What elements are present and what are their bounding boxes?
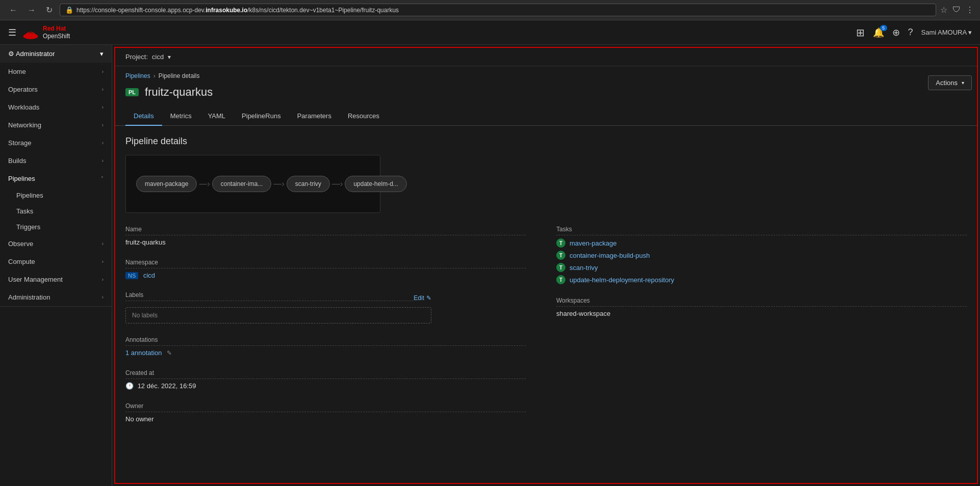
owner-value: No owner xyxy=(125,415,526,423)
sidebar-item-compute[interactable]: Compute › xyxy=(0,253,112,271)
task-icon-1: T xyxy=(556,251,565,260)
sidebar-administration-label: Administration xyxy=(8,293,50,301)
owner-field: Owner No owner xyxy=(125,402,526,423)
task-item-2: T scan-trivy xyxy=(556,263,967,272)
tasks-field: Tasks T maven-package T container-image-… xyxy=(556,225,967,284)
annotation-link[interactable]: 1 annotation xyxy=(125,349,162,357)
project-name: cicd xyxy=(152,53,164,61)
admin-icon: ⚙ xyxy=(8,50,14,58)
sidebar-workloads-label: Workloads xyxy=(8,103,39,111)
namespace-field: Namespace NS cicd xyxy=(125,258,526,279)
back-button[interactable]: ← xyxy=(6,5,20,16)
name-value: fruitz-quarkus xyxy=(125,238,526,246)
tab-metrics[interactable]: Metrics xyxy=(162,107,200,126)
operators-chevron: › xyxy=(102,87,104,92)
sidebar-item-observe[interactable]: Observe › xyxy=(0,235,112,253)
tasks-label: Tasks xyxy=(556,226,967,235)
observe-chevron: › xyxy=(102,241,104,247)
top-nav-icons: ⊞ 🔔 5 ⊕ ? Sami AMOURA ▾ xyxy=(856,26,972,39)
project-label: Project: xyxy=(125,53,148,61)
menu-icon[interactable]: ⋮ xyxy=(966,5,974,15)
annotations-field: Annotations 1 annotation ✎ xyxy=(125,336,526,357)
page-header: PL fruitz-quarkus xyxy=(115,84,977,107)
actions-button[interactable]: Actions ▾ xyxy=(928,75,972,90)
sidebar-item-builds[interactable]: Builds › xyxy=(0,152,112,170)
forward-button[interactable]: → xyxy=(24,5,39,16)
sidebar-observe-label: Observe xyxy=(8,240,33,248)
arrow-1: —› xyxy=(273,179,284,188)
task-link-2[interactable]: scan-trivy xyxy=(570,264,598,272)
labels-edit-link[interactable]: Edit ✎ xyxy=(414,294,431,302)
sidebar-item-home[interactable]: Home › xyxy=(0,63,112,80)
sidebar-item-networking[interactable]: Networking › xyxy=(0,116,112,134)
home-chevron: › xyxy=(102,69,104,74)
user-menu[interactable]: Sami AMOURA ▾ xyxy=(921,29,972,36)
annotations-value: 1 annotation ✎ xyxy=(125,349,526,357)
task-link-3[interactable]: update-helm-deployment-repository xyxy=(570,276,674,284)
sidebar-item-storage[interactable]: Storage › xyxy=(0,134,112,152)
owner-label: Owner xyxy=(125,402,526,412)
sidebar-item-pipelines[interactable]: Pipelines ˅ xyxy=(0,170,112,187)
tab-yaml[interactable]: YAML xyxy=(200,107,234,126)
sidebar-networking-label: Networking xyxy=(8,121,41,129)
compute-chevron: › xyxy=(102,259,104,264)
sidebar-sub-triggers[interactable]: Triggers xyxy=(0,219,112,235)
pipeline-node-0: maven-package xyxy=(136,176,197,192)
namespace-link[interactable]: cicd xyxy=(143,272,155,279)
sidebar-item-workloads[interactable]: Workloads › xyxy=(0,98,112,116)
notification-count: 5 xyxy=(880,25,887,31)
tab-pipeline-runs[interactable]: PipelineRuns xyxy=(234,107,289,126)
url-text: https://console-openshift-console.apps.o… xyxy=(76,7,399,14)
add-icon[interactable]: ⊕ xyxy=(892,27,900,38)
labels-header: Labels Edit ✎ xyxy=(125,291,431,304)
workloads-chevron: › xyxy=(102,104,104,110)
task-link-0[interactable]: maven-package xyxy=(570,239,617,247)
task-link-1[interactable]: container-image-build-push xyxy=(570,252,650,259)
notifications-bell[interactable]: 🔔 5 xyxy=(873,27,884,38)
url-bar[interactable]: 🔒 https://console-openshift-console.apps… xyxy=(60,4,936,16)
reload-button[interactable]: ↻ xyxy=(43,4,56,16)
content-inner: Project: cicd ▾ Pipelines › Pipeline det… xyxy=(114,47,978,484)
name-field: Name fruitz-quarkus xyxy=(125,225,526,246)
detail-right-column: Tasks T maven-package T container-image-… xyxy=(546,225,967,435)
sidebar-sub-tasks[interactable]: Tasks xyxy=(0,203,112,219)
hamburger-menu[interactable]: ☰ xyxy=(8,27,16,38)
task-item-1: T container-image-build-push xyxy=(556,251,967,260)
help-icon[interactable]: ? xyxy=(908,27,913,38)
ns-badge: NS xyxy=(125,272,138,279)
storage-chevron: › xyxy=(102,140,104,146)
sidebar: ⚙ Administrator ▾ Home › Operators › Wor… xyxy=(0,45,112,486)
pl-badge: PL xyxy=(125,88,139,96)
sidebar-home-label: Home xyxy=(8,68,26,75)
annotations-edit-icon[interactable]: ✎ xyxy=(167,349,172,357)
sidebar-item-operators[interactable]: Operators › xyxy=(0,80,112,98)
sidebar-user-management-label: User Management xyxy=(8,276,63,283)
tab-resources[interactable]: Resources xyxy=(340,107,388,126)
sidebar-item-administration[interactable]: Administration › xyxy=(0,288,112,306)
networking-chevron: › xyxy=(102,122,104,128)
project-dropdown[interactable]: ▾ xyxy=(168,53,171,61)
labels-box: No labels xyxy=(125,307,431,323)
breadcrumb-pipelines[interactable]: Pipelines xyxy=(125,72,150,79)
sidebar-section-main: Home › Operators › Workloads › Networkin… xyxy=(0,63,112,307)
workspace-value: shared-workspace xyxy=(556,310,967,317)
grid-icon[interactable]: ⊞ xyxy=(856,26,865,39)
admin-section[interactable]: ⚙ Administrator ▾ xyxy=(0,45,112,63)
main-layout: ⚙ Administrator ▾ Home › Operators › Wor… xyxy=(0,45,980,486)
tab-details[interactable]: Details xyxy=(125,107,162,126)
star-icon[interactable]: ☆ xyxy=(940,5,947,15)
arrow-2: —› xyxy=(332,179,343,188)
sidebar-item-user-management[interactable]: User Management › xyxy=(0,271,112,288)
sidebar-builds-label: Builds xyxy=(8,157,26,165)
sidebar-sub-pipelines[interactable]: Pipelines xyxy=(0,187,112,203)
pipeline-diagram: maven-package —› container-ima... —› sca… xyxy=(125,155,380,213)
content-area: Project: cicd ▾ Pipelines › Pipeline det… xyxy=(112,45,980,486)
actions-caret-icon: ▾ xyxy=(962,80,964,86)
tab-parameters[interactable]: Parameters xyxy=(289,107,340,126)
created-at-value: 🕐 12 déc. 2022, 16:59 xyxy=(125,382,526,390)
created-at-label: Created at xyxy=(125,369,526,379)
task-icon-0: T xyxy=(556,238,565,248)
namespace-label: Namespace xyxy=(125,259,526,268)
pipeline-node-2: scan-trivy xyxy=(287,176,330,192)
sidebar-pipelines-label: Pipelines xyxy=(8,175,35,182)
